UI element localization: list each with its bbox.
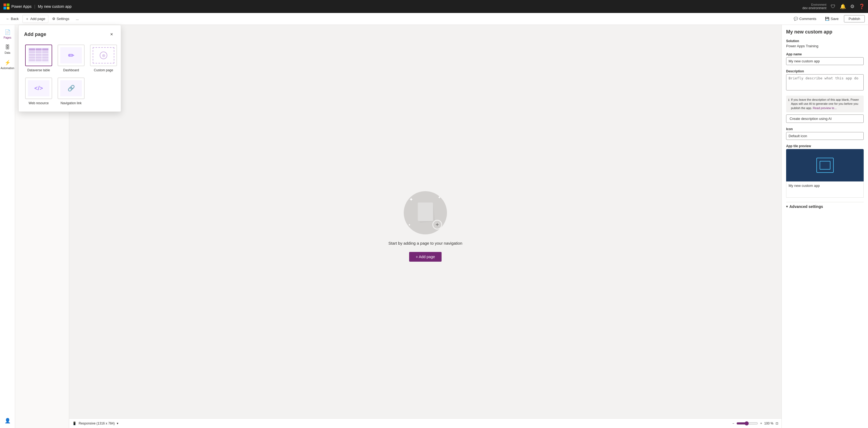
svg-rect-3 xyxy=(7,7,9,9)
app-name-titlebar: My new custom app xyxy=(38,4,72,9)
canvas-empty-icon: ✦ ✦ ✦ + xyxy=(404,191,447,234)
sidebar-item-automation[interactable]: ⚡ Automation xyxy=(1,58,14,72)
advanced-settings-header[interactable]: ▾ Advanced settings xyxy=(786,202,864,211)
zoom-control: − + 100 % ⊡ xyxy=(732,421,778,426)
sidebar-item-data[interactable]: 🗄 Data xyxy=(1,42,14,57)
environment-info: Environment dev environment xyxy=(802,3,826,10)
app-tile-preview-section: App tile preview My new custom app xyxy=(786,144,864,198)
modal-header: Add page × xyxy=(24,31,115,38)
add-page-label: Add page xyxy=(30,17,45,21)
right-panel: My new custom app Solution Power Apps Tr… xyxy=(781,25,868,428)
add-page-button[interactable]: ＋ Add page xyxy=(23,15,49,23)
app-platform-label: Power Apps xyxy=(11,4,32,9)
page-type-web-resource[interactable]: </> Web resource xyxy=(24,76,53,106)
dataverse-table-graphic xyxy=(28,47,50,63)
settings-button[interactable]: ⚙ Settings xyxy=(50,15,72,22)
publish-button[interactable]: Publish xyxy=(844,15,865,23)
info-icon: ℹ xyxy=(788,98,789,110)
help-icon[interactable]: ❓ xyxy=(859,3,865,9)
zoom-minus-icon[interactable]: − xyxy=(732,422,734,425)
ai-link[interactable]: Read preview te... xyxy=(813,106,837,110)
page-type-dataverse-table[interactable]: Dataverse table xyxy=(24,43,53,73)
sidebar-item-account[interactable]: 👤 xyxy=(1,416,14,426)
icon-section: Icon xyxy=(786,127,864,140)
back-button[interactable]: ← Back xyxy=(3,15,21,22)
account-icon: 👤 xyxy=(5,418,10,424)
page-type-custom-page[interactable]: ⊕ Custom page xyxy=(89,43,118,73)
more-button[interactable]: ... xyxy=(73,15,82,22)
app-name-input[interactable] xyxy=(786,57,864,65)
zoom-plus-icon[interactable]: + xyxy=(760,422,762,425)
comments-label: Comments xyxy=(799,17,816,21)
save-label: Save xyxy=(831,17,839,21)
save-icon: 💾 xyxy=(825,17,829,21)
svg-rect-2 xyxy=(3,7,6,9)
save-button[interactable]: 💾 Save xyxy=(822,15,842,22)
data-label: Data xyxy=(5,51,10,54)
page-types-row2: </> Web resource 🔗 Navigation link xyxy=(24,76,115,106)
left-sidebar: 📄 Pages 🗄 Data ⚡ Automation 👤 xyxy=(0,25,15,428)
sidebar-item-pages[interactable]: 📄 Pages xyxy=(1,27,14,41)
app-name-label: App name xyxy=(786,53,864,56)
canvas-add-page-button[interactable]: + Add page xyxy=(409,252,441,262)
dataverse-table-label: Dataverse table xyxy=(27,68,50,72)
canvas-empty-message: Start by adding a page to your navigatio… xyxy=(388,241,462,245)
toolbar: ← Back ＋ Add page ⚙ Settings ... 💬 Comme… xyxy=(0,13,868,25)
environment-name: dev environment xyxy=(802,6,826,10)
bell-icon[interactable]: 🔔 xyxy=(840,3,846,9)
plus-icon: ＋ xyxy=(25,17,29,21)
svg-rect-0 xyxy=(3,3,6,6)
page-layer-3 xyxy=(418,202,433,221)
web-resource-graphic: </> xyxy=(28,80,50,96)
automation-icon: ⚡ xyxy=(5,60,10,66)
solution-section: Solution Power Apps Training xyxy=(786,39,864,48)
svg-rect-1 xyxy=(7,3,9,6)
canvas-plus-icon: + xyxy=(432,220,442,230)
back-icon: ← xyxy=(6,17,9,21)
description-textarea[interactable] xyxy=(786,74,864,91)
ms-logo-group: Power Apps | My new custom app xyxy=(3,3,72,10)
automation-label: Automation xyxy=(1,67,14,70)
canvas-area: ✦ ✦ ✦ + Start by adding a page to your n… xyxy=(69,25,781,428)
app-tile-app-name: My new custom app xyxy=(788,184,820,188)
canvas-plus-label: + Add page xyxy=(415,255,435,259)
description-section: Description xyxy=(786,69,864,91)
responsive-chevron-icon[interactable]: ▾ xyxy=(117,422,118,425)
create-description-button[interactable]: Create description using AI xyxy=(786,114,864,123)
navigation-link-label: Navigation link xyxy=(61,101,82,105)
app-tile-dark-bg xyxy=(786,149,864,182)
link-icon: 🔗 xyxy=(67,85,75,92)
pages-icon: 📄 xyxy=(5,29,10,35)
pages-label: Pages xyxy=(3,36,11,39)
sparkle-icon-3: ✦ xyxy=(408,223,411,227)
navigation-link-graphic: 🔗 xyxy=(60,80,82,96)
custom-page-inner-icon: ⊕ xyxy=(100,52,107,59)
modal-close-button[interactable]: × xyxy=(108,31,115,38)
app-name-section: App name xyxy=(786,53,864,65)
page-type-dashboard[interactable]: ✏ Dashboard xyxy=(57,43,86,73)
settings-gear-icon: ⚙ xyxy=(52,17,55,21)
back-label: Back xyxy=(11,17,19,21)
web-resource-label: Web resource xyxy=(29,101,49,105)
icon-input[interactable] xyxy=(786,132,864,140)
main-layout: 📄 Pages 🗄 Data ⚡ Automation 👤 N Al xyxy=(0,25,868,428)
page-type-navigation-link[interactable]: 🔗 Navigation link xyxy=(57,76,86,106)
page-types-row1: Dataverse table ✏ Dashboard ⊕ Custom xyxy=(24,43,115,73)
canvas-empty-state: ✦ ✦ ✦ + Start by adding a page to your n… xyxy=(388,191,462,262)
gear-icon[interactable]: ⚙ xyxy=(850,3,855,9)
zoom-slider[interactable] xyxy=(736,421,758,426)
settings-label: Settings xyxy=(57,17,69,21)
custom-page-graphic: ⊕ xyxy=(93,47,114,63)
sparkle-icon-2: ✦ xyxy=(438,195,441,200)
more-icon: ... xyxy=(76,17,79,21)
custom-page-icon-box: ⊕ xyxy=(90,44,117,66)
comments-button[interactable]: 💬 Comments xyxy=(790,15,819,22)
zoom-fit-icon[interactable]: ⊡ xyxy=(776,422,778,425)
shield-icon[interactable]: 🛡 xyxy=(831,4,836,9)
dashboard-icon-box: ✏ xyxy=(58,44,85,66)
right-panel-title: My new custom app xyxy=(786,29,864,35)
solution-value: Power Apps Training xyxy=(786,44,864,48)
responsive-label: Responsive (1316 x 784) xyxy=(79,422,115,425)
publish-label: Publish xyxy=(848,17,860,21)
titlebar: Power Apps | My new custom app Environme… xyxy=(0,0,868,13)
